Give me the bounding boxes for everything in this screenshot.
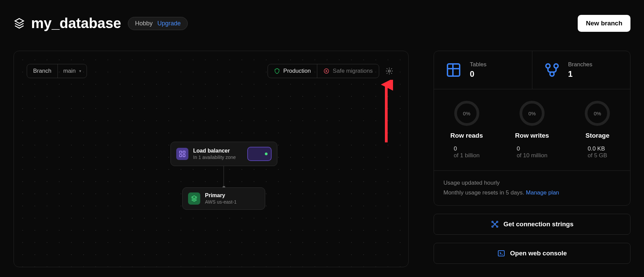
status-dot-icon (265, 153, 268, 155)
new-branch-button[interactable]: New branch (578, 15, 630, 32)
row-writes-ring: 0% (520, 101, 545, 126)
chevron-down-icon: ▾ (79, 69, 81, 73)
tables-stat[interactable]: Tables 0 (434, 51, 532, 89)
load-balancer-icon (179, 150, 186, 158)
row-writes-value: 0 (517, 145, 548, 152)
svg-rect-3 (180, 151, 182, 153)
gear-icon (385, 67, 393, 75)
usage-updated-text: Usage updated hourly (443, 178, 621, 188)
branch-value: main (63, 68, 76, 74)
monthly-reset-text: Monthly usage resets in 5 days. (443, 189, 526, 196)
stats-card: Tables 0 Branches 1 (434, 51, 630, 206)
shield-icon (274, 68, 280, 74)
topology-canvas: Branch main ▾ Production (14, 51, 409, 267)
lb-node-title: Load balancer (193, 148, 236, 154)
primary-node-title: Primary (205, 192, 237, 199)
table-icon (445, 62, 462, 78)
page-header: my_database Hobby Upgrade New branch (0, 0, 644, 32)
tables-label: Tables (470, 61, 486, 68)
tier-name: Hobby (135, 20, 153, 27)
svg-point-17 (494, 224, 496, 225)
database-name: my_database (31, 15, 121, 31)
web-console-button[interactable]: Open web console (434, 243, 630, 264)
storage-value: 0.0 KB (588, 145, 607, 152)
svg-point-11 (554, 64, 558, 68)
branch-label: Branch (27, 64, 58, 78)
tier-pill: Hobby Upgrade (128, 17, 188, 30)
web-console-label: Open web console (510, 250, 567, 257)
x-circle-icon (323, 68, 329, 74)
safe-migrations-pill[interactable]: Safe migrations (317, 64, 379, 78)
row-reads-ring: 0% (454, 101, 479, 126)
storage-usage: 0% Storage 0.0 KB of 5 GB (565, 89, 630, 170)
connection-strings-label: Get connection strings (504, 221, 574, 228)
lb-node-subtitle: In 1 availability zone (193, 155, 236, 160)
annotation-arrow (380, 80, 393, 144)
connection-icon (491, 220, 499, 228)
svg-point-15 (492, 226, 493, 227)
settings-button[interactable] (383, 65, 395, 77)
branches-stat[interactable]: Branches 1 (532, 51, 630, 89)
svg-point-13 (492, 221, 493, 223)
storage-limit: of 5 GB (588, 152, 607, 159)
primary-node-subtitle: AWS us-east-1 (205, 199, 237, 205)
load-balancer-node[interactable]: Load balancer In 1 availability zone (170, 142, 277, 166)
storage-ring: 0% (585, 101, 610, 126)
row-reads-limit: of 1 billion (454, 152, 480, 159)
primary-node[interactable]: Primary AWS us-east-1 (182, 187, 265, 210)
manage-plan-link[interactable]: Manage plan (526, 189, 559, 196)
safe-migrations-label: Safe migrations (333, 68, 373, 74)
terminal-icon (497, 249, 505, 257)
database-icon (14, 18, 25, 29)
branches-label: Branches (568, 61, 593, 68)
branches-icon (544, 62, 560, 78)
svg-point-10 (546, 64, 550, 68)
row-writes-limit: of 10 million (517, 152, 548, 159)
database-node-icon (190, 195, 198, 202)
upgrade-link[interactable]: Upgrade (157, 20, 181, 27)
svg-point-16 (497, 226, 498, 227)
row-reads-value: 0 (454, 145, 480, 152)
svg-point-1 (388, 70, 390, 72)
production-label: Production (283, 68, 311, 74)
branches-value: 1 (568, 69, 593, 79)
connection-strings-button[interactable]: Get connection strings (434, 214, 630, 235)
branch-selector[interactable]: Branch main ▾ (27, 64, 87, 78)
sidebar: Tables 0 Branches 1 (434, 51, 630, 267)
svg-point-14 (497, 221, 498, 223)
row-reads-usage: 0% Row reads 0 of 1 billion (434, 89, 499, 170)
row-writes-title: Row writes (515, 132, 549, 139)
lb-status-chip (247, 147, 272, 161)
row-reads-title: Row reads (451, 132, 483, 139)
svg-rect-4 (183, 151, 185, 153)
storage-title: Storage (585, 132, 610, 139)
production-pill[interactable]: Production (268, 64, 317, 78)
svg-rect-6 (183, 155, 185, 157)
svg-rect-5 (180, 155, 182, 157)
tables-value: 0 (470, 69, 486, 79)
row-writes-usage: 0% Row writes 0 of 10 million (499, 89, 565, 170)
